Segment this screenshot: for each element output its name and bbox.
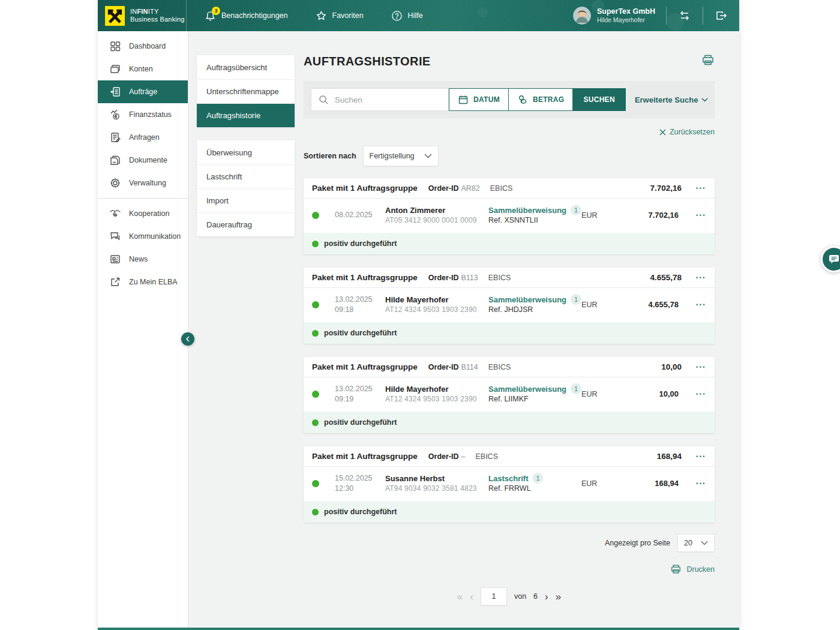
status-dot-icon xyxy=(312,241,319,247)
sidebar-item-konten[interactable]: Konten xyxy=(98,58,188,80)
printer-icon xyxy=(670,564,682,574)
subnav-item-import[interactable]: Import xyxy=(197,188,295,212)
order-payer: Hilde Mayerhofer AT12 4324 9503 1903 239… xyxy=(385,295,488,315)
main-panel: AUFTRAGSHISTORIE xyxy=(304,31,715,628)
order-card: Paket mit 1 Auftragsgruppe Order-ID – EB… xyxy=(304,446,715,523)
notifications-button[interactable]: 3 Benachrichtigungen xyxy=(205,10,288,22)
subnav-item-auftragshistorie[interactable]: Auftragshistorie xyxy=(197,103,295,127)
brand[interactable]: INFINITY Business Banking xyxy=(98,0,187,31)
sidebar-item-auftraege[interactable]: Aufträge xyxy=(98,80,188,103)
switch-account-button[interactable] xyxy=(667,0,703,31)
order-card-title: Paket mit 1 Auftragsgruppe xyxy=(312,452,418,461)
chevron-left-icon xyxy=(185,336,190,342)
sidebar-item-news[interactable]: News xyxy=(98,248,188,271)
order-menu-button[interactable]: ••• xyxy=(696,364,706,370)
order-row[interactable]: 13.02.2025 09:18 Hilde Mayerhofer AT12 4… xyxy=(304,288,715,322)
order-row[interactable]: 13.02.2025 09:19 Hilde Mayerhofer AT12 4… xyxy=(304,377,715,412)
subnav-item-dauerauftrag[interactable]: Dauerauftrag xyxy=(197,212,295,236)
sidebar-item-finanzstatus[interactable]: Finanzstatus xyxy=(98,103,188,126)
subnav-item-lastschrift[interactable]: Lastschrift xyxy=(197,164,295,188)
help-button[interactable]: Hilfe xyxy=(391,10,423,22)
order-amount: 4.655,78 xyxy=(621,300,679,309)
user-menu[interactable]: SuperTex GmbH Hilde Mayerhofer xyxy=(562,7,666,25)
subnav-item-ueberweisung[interactable]: Überweisung xyxy=(197,140,295,164)
order-card-title: Paket mit 1 Auftragsgruppe xyxy=(312,273,418,282)
datum-filter-button[interactable]: DATUM xyxy=(449,88,509,111)
order-row-menu-button[interactable]: ••• xyxy=(693,212,706,218)
order-type-link[interactable]: Sammelüberweisung xyxy=(488,205,566,215)
chat-fab-button[interactable] xyxy=(821,246,840,272)
favorites-button[interactable]: Favoriten xyxy=(316,10,364,22)
order-id-value: AR82 xyxy=(461,184,480,193)
order-id-value: B114 xyxy=(461,363,478,371)
brand-name: INFINITY Business Banking xyxy=(130,8,185,23)
external-link-icon xyxy=(109,276,121,288)
user-company: SuperTex GmbH xyxy=(597,7,655,16)
order-menu-button[interactable]: ••• xyxy=(696,275,706,281)
pagination-next-button[interactable]: › xyxy=(545,592,548,602)
pagination-first-button[interactable]: « xyxy=(457,592,463,602)
order-count-badge: 1 xyxy=(571,205,581,215)
order-type-link[interactable]: Sammelüberweisung xyxy=(488,384,566,394)
order-status-text: positiv durchgeführt xyxy=(324,329,397,337)
avatar xyxy=(573,7,591,25)
sidebar-collapse-button[interactable] xyxy=(181,332,194,346)
topbar-right: SuperTex GmbH Hilde Mayerhofer xyxy=(562,0,739,31)
sidebar-item-verwaltung[interactable]: Verwaltung xyxy=(98,172,188,194)
help-icon xyxy=(391,10,403,22)
sidebar-item-anfragen[interactable]: Anfragen xyxy=(98,126,188,149)
order-payer: Anton Zimmerer AT05 3412 9000 0001 0009 xyxy=(385,205,488,226)
order-currency: EUR xyxy=(581,211,621,220)
sidebar-item-dokumente[interactable]: Dokumente xyxy=(98,149,188,172)
order-channel: EBICS xyxy=(488,363,511,371)
betrag-filter-button[interactable]: BETRAG xyxy=(509,88,573,111)
reset-filters-link[interactable]: Zurücksetzen xyxy=(659,128,715,136)
search-box[interactable] xyxy=(311,88,449,111)
status-dot-icon xyxy=(312,330,319,337)
dashboard-grid-icon xyxy=(109,40,121,52)
subnav-item-unterschriftenmappe[interactable]: Unterschriftenmappe xyxy=(197,79,295,103)
order-total-amount: 4.655,78 xyxy=(650,273,682,282)
search-input[interactable] xyxy=(335,95,441,104)
print-button-top[interactable] xyxy=(701,54,715,68)
status-dot-icon xyxy=(312,509,319,515)
order-type-link[interactable]: Sammelüberweisung xyxy=(488,295,566,305)
order-channel: EBICS xyxy=(490,184,513,193)
order-row-menu-button[interactable]: ••• xyxy=(693,302,706,308)
sidebar-item-zu-mein-elba[interactable]: Zu Mein ELBA xyxy=(98,271,188,293)
content-area: Auftragsübersicht Unterschriftenmappe Au… xyxy=(188,31,739,628)
pagination-prev-button[interactable]: ‹ xyxy=(470,592,473,602)
pagination-last-button[interactable]: » xyxy=(556,592,561,602)
pagination-current-page[interactable]: 1 xyxy=(481,587,507,605)
order-type-link[interactable]: Lastschrift xyxy=(488,473,528,484)
order-menu-button[interactable]: ••• xyxy=(696,185,706,191)
chevron-down-icon xyxy=(424,154,432,158)
sidebar-item-kommunikation[interactable]: Kommunikation xyxy=(98,225,188,248)
order-channel: EBICS xyxy=(488,274,511,282)
user-name: Hilde Mayerhofer xyxy=(597,16,655,24)
orders-document-icon xyxy=(109,86,121,98)
order-row-menu-button[interactable]: ••• xyxy=(693,391,706,397)
order-menu-button[interactable]: ••• xyxy=(696,454,706,460)
suchen-button[interactable]: SUCHEN xyxy=(573,88,625,111)
order-status-bar: positiv durchgeführt xyxy=(304,501,715,523)
printer-icon xyxy=(701,54,715,66)
print-button-bottom[interactable]: Drucken xyxy=(670,564,715,574)
order-row-menu-button[interactable]: ••• xyxy=(693,481,706,487)
subnav: Auftragsübersicht Unterschriftenmappe Au… xyxy=(197,31,295,628)
per-page-select[interactable]: 20 xyxy=(677,534,715,552)
sidebar-item-dashboard[interactable]: Dashboard xyxy=(98,35,188,58)
sidebar-item-kooperation[interactable]: Kooperation xyxy=(98,202,188,225)
logout-button[interactable] xyxy=(703,0,739,31)
order-row[interactable]: 15.02.2025 12:30 Susanne Herbst AT94 903… xyxy=(304,467,715,501)
accounts-cards-icon xyxy=(109,63,121,75)
sort-select[interactable]: Fertigstellung xyxy=(363,146,439,166)
advanced-search-toggle[interactable]: Erweiterte Suche xyxy=(635,95,709,104)
order-datetime: 13.02.2025 09:19 xyxy=(335,384,385,404)
subnav-item-auftragsuebersicht[interactable]: Auftragsübersicht xyxy=(197,55,295,79)
order-card: Paket mit 1 Auftragsgruppe Order-ID B113… xyxy=(304,268,715,344)
order-status-text: positiv durchgeführt xyxy=(324,418,397,427)
order-card-header: Paket mit 1 Auftragsgruppe Order-ID AR82… xyxy=(304,178,715,199)
status-dot-icon xyxy=(312,419,319,426)
order-row[interactable]: 08.02.2025 Anton Zimmerer AT05 3412 9000… xyxy=(304,199,715,233)
